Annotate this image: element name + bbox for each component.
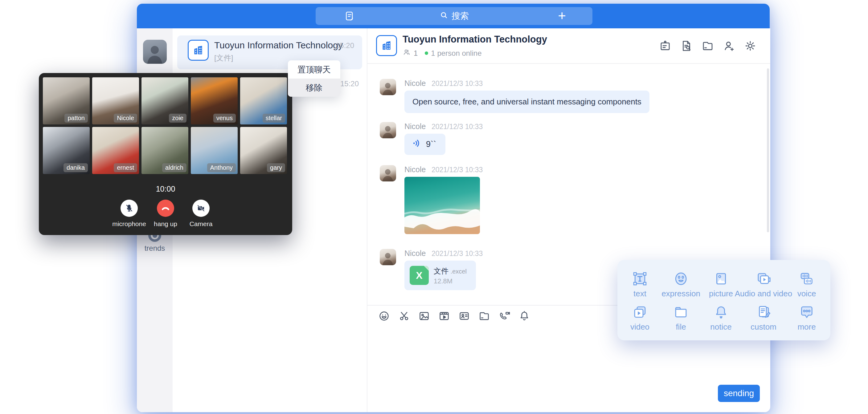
menu-item-pin-chat[interactable]: 置顶聊天 [288, 60, 340, 78]
sender-avatar[interactable] [380, 165, 396, 182]
menu-item-remove[interactable]: 移除 [288, 78, 340, 97]
sender-avatar[interactable] [380, 79, 396, 95]
file-message-card[interactable]: X 文件 .excel 12.8M [404, 261, 476, 290]
beach-photo-message[interactable] [404, 177, 480, 234]
members-icon [403, 48, 411, 58]
send-button[interactable]: sending [718, 385, 760, 402]
video-call-window[interactable]: patton Nicole zoie venus stellar danika … [39, 73, 292, 235]
participant-tile: zoie [142, 77, 188, 124]
notes-icon[interactable] [344, 10, 355, 23]
participant-name: stellar [262, 114, 285, 123]
panel-item-file[interactable]: file [673, 304, 689, 332]
panel-label: voice [798, 289, 816, 298]
conversation-time: 15:20 [336, 41, 354, 50]
panel-item-picture[interactable]: picture [709, 270, 733, 298]
company-avatar [188, 40, 209, 61]
sender-avatar[interactable] [380, 249, 396, 265]
voice-bubble[interactable]: 9`` [404, 134, 445, 155]
participant-tile: stellar [240, 77, 287, 124]
header-actions [659, 39, 757, 52]
participant-tile: danika [43, 127, 90, 174]
online-dot [425, 52, 428, 55]
participant-tile: gary [240, 127, 287, 174]
camera-label: Camera [190, 220, 213, 228]
panel-item-text[interactable]: text [631, 270, 648, 298]
chat-panel: Tuoyun Information Technology 1 1 person… [367, 28, 770, 412]
participant-tile: Nicole [92, 77, 139, 124]
camera-off-button[interactable] [192, 200, 210, 217]
participant-tile: patton [43, 77, 90, 124]
company-avatar [376, 35, 397, 56]
panel-item-audio-video[interactable]: Audio and video [735, 270, 792, 298]
participant-name: gary [267, 163, 285, 172]
conversation-preview: [文件] [214, 53, 233, 63]
conversation-title: Tuoyun Information Technology [214, 40, 343, 51]
video-clip-icon[interactable] [438, 310, 450, 322]
video-call-icon[interactable] [498, 310, 510, 322]
add-icon[interactable]: + [558, 9, 566, 22]
panel-label: custom [750, 322, 776, 332]
participant-name: venus [213, 114, 236, 123]
file-size: 12.8M [434, 277, 453, 285]
text-bubble[interactable]: Open source, free, and universal instant… [404, 91, 649, 113]
member-count: 1 [414, 49, 418, 58]
settings-gear-icon[interactable] [744, 39, 757, 52]
panel-item-video[interactable]: video [630, 304, 649, 332]
desktop-background: 搜索 + trends Tuoyun Information Technolog… [0, 0, 868, 414]
chat-header: Tuoyun Information Technology 1 1 person… [367, 28, 770, 64]
panel-item-notice[interactable]: notice [710, 304, 732, 332]
participant-grid: patton Nicole zoie venus stellar danika … [43, 77, 287, 174]
screenshot-scissors-icon[interactable] [398, 310, 410, 322]
file-name: 文件 [434, 267, 448, 275]
voice-wave-icon [412, 138, 422, 150]
panel-label: more [798, 322, 815, 332]
panel-label: text [631, 289, 648, 298]
panel-item-voice[interactable]: voice [798, 270, 816, 298]
search-icon [439, 10, 448, 22]
hang-up-button[interactable] [157, 200, 174, 217]
message-time: 2021/12/3 10:33 [432, 123, 483, 131]
panel-label: picture [709, 289, 733, 298]
search-bar[interactable]: 搜索 + [316, 7, 592, 25]
announcement-icon[interactable] [659, 39, 672, 52]
panel-label: expression [661, 289, 700, 298]
participant-name: Anthony [207, 163, 236, 172]
message-time: 2021/12/3 10:33 [432, 166, 483, 174]
conversation-context-menu: 置顶聊天 移除 [288, 60, 340, 97]
scrollbar-thumb[interactable] [767, 68, 769, 232]
hang-up-label: hang up [154, 220, 177, 228]
add-member-icon[interactable] [722, 39, 736, 52]
contact-card-icon[interactable] [458, 310, 470, 322]
chat-title: Tuoyun Information Technology [403, 34, 547, 45]
sender-name: Nicole [404, 79, 426, 88]
search-field[interactable]: 搜索 [439, 10, 469, 22]
message-type-panel: text expression picture Audio and video … [617, 260, 830, 340]
panel-label: Audio and video [735, 289, 792, 298]
participant-name: Nicole [114, 114, 137, 123]
emoji-icon[interactable] [378, 310, 390, 322]
notification-bell-icon[interactable] [518, 310, 530, 322]
participant-tile: Anthony [191, 127, 238, 174]
folder-icon[interactable] [701, 39, 714, 52]
files-folder-icon[interactable] [478, 310, 490, 322]
microphone-mute-button[interactable] [121, 200, 138, 217]
participant-tile: venus [191, 77, 238, 124]
panel-label: notice [710, 322, 732, 332]
call-timer: 10:00 [39, 185, 292, 193]
search-history-icon[interactable] [680, 39, 693, 52]
participant-name: zoie [169, 114, 186, 123]
panel-label: video [630, 322, 649, 332]
composer-toolbar [378, 310, 530, 322]
participant-name: aldrich [162, 163, 186, 172]
voice-duration: 9`` [426, 139, 436, 149]
panel-item-custom[interactable]: custom [750, 304, 776, 332]
user-avatar[interactable] [143, 40, 167, 64]
sender-avatar[interactable] [380, 122, 396, 138]
file-extension: .excel [451, 268, 467, 275]
panel-item-expression[interactable]: expression [661, 270, 700, 298]
image-icon[interactable] [418, 310, 430, 322]
message-time: 2021/12/3 10:33 [432, 250, 483, 257]
panel-label: file [673, 322, 689, 332]
panel-item-more[interactable]: more [798, 304, 815, 332]
microphone-label: microphone [112, 220, 146, 228]
